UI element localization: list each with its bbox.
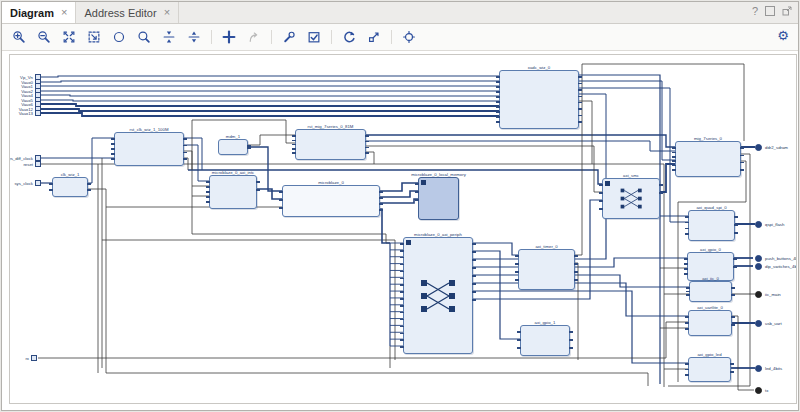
block-label: axi_quad_spi_0: [696, 205, 726, 210]
port-sys_clock[interactable]: [35, 180, 41, 186]
pin: [659, 184, 663, 186]
toolbar-separator: [391, 30, 392, 44]
pin: [472, 243, 476, 245]
pin: [365, 141, 369, 143]
port-tx[interactable]: [755, 387, 762, 394]
port-label: rx: [25, 356, 29, 361]
zoom-out-icon[interactable]: [36, 29, 52, 45]
wire: [471, 275, 689, 287]
hierarchy-icon[interactable]: [421, 180, 426, 185]
autofit-icon[interactable]: [111, 29, 127, 45]
tab-address-editor[interactable]: Address Editor ×: [76, 2, 179, 23]
customize-block-icon[interactable]: [281, 29, 297, 45]
pin: [686, 294, 690, 296]
diagram-panel: Diagram × Address Editor × ? ⚙ Vp_VnVaux…: [1, 1, 799, 411]
pin: [400, 264, 404, 266]
pin: [472, 251, 476, 253]
pin: [496, 91, 500, 93]
validate-design-icon[interactable]: [306, 29, 322, 45]
pin: [569, 331, 573, 333]
port-reset[interactable]: [35, 161, 41, 167]
pin: [731, 324, 735, 326]
pin: [400, 305, 404, 307]
block-axi_iic_0[interactable]: axi_iic_0: [689, 281, 732, 302]
wire: [86, 138, 114, 183]
pin: [292, 135, 296, 137]
block-xadc_wiz_0[interactable]: xadc_wiz_0: [499, 70, 579, 129]
pin: [672, 156, 676, 158]
help-icon[interactable]: ?: [752, 5, 758, 17]
block-rst_mig_7series_0_81M[interactable]: rst_mig_7series_0_81M: [295, 129, 366, 160]
pin: [496, 111, 500, 113]
pin: [496, 76, 500, 78]
pin: [733, 266, 737, 268]
block-axi_quad_spi_0[interactable]: axi_quad_spi_0: [688, 210, 735, 241]
port-iic_main[interactable]: [755, 291, 762, 298]
block-microblaze_0_axi_intc[interactable]: microblaze_0_axi_intc: [209, 175, 257, 209]
regenerate-layout-icon[interactable]: [341, 29, 357, 45]
port-qspi_flash[interactable]: [755, 221, 762, 228]
pin: [365, 152, 369, 154]
port-label: ddr2_sdram: [765, 145, 788, 150]
port-Vaux13[interactable]: [35, 110, 41, 116]
block-mig_7series_0[interactable]: mig_7series_0: [675, 141, 741, 177]
pin: [206, 191, 210, 193]
port-label: push_buttons_4bits: [765, 256, 797, 261]
gear-icon[interactable]: ⚙: [777, 29, 789, 42]
pin: [400, 312, 404, 314]
pin: [515, 271, 519, 273]
pin: [400, 346, 404, 348]
pin: [686, 287, 690, 289]
zoom-in-icon[interactable]: [11, 29, 27, 45]
block-rst_clk_wiz_1_100M[interactable]: rst_clk_wiz_1_100M: [114, 132, 184, 166]
zoom-selection-icon[interactable]: [86, 29, 102, 45]
port-led_4bits[interactable]: [755, 365, 762, 372]
close-icon[interactable]: ×: [164, 7, 170, 18]
block-microblaze_0_local_memory[interactable]: microblaze_0_local_memory: [418, 177, 459, 220]
wire: [577, 101, 592, 164]
block-microblaze_0_axi_periph[interactable]: microblaze_0_axi_periph: [403, 237, 473, 354]
block-label: axi_smc: [623, 173, 639, 178]
wire: [471, 251, 520, 339]
block-microblaze_0[interactable]: microblaze_0: [282, 185, 380, 217]
block-clk_wiz_1[interactable]: clk_wiz_1: [52, 177, 88, 197]
pin: [111, 148, 115, 150]
diagram-canvas[interactable]: Vp_VnVaux0Vaux1Vaux2Vaux4Vaux5Vaux6Vaux1…: [9, 54, 797, 404]
expand-hierarchy-icon[interactable]: [186, 29, 202, 45]
float-icon[interactable]: [782, 6, 792, 16]
route-design-icon[interactable]: [366, 29, 382, 45]
close-icon[interactable]: ×: [61, 7, 67, 18]
tab-diagram[interactable]: Diagram ×: [2, 2, 76, 23]
pin: [685, 222, 689, 224]
port-usb_uart[interactable]: [755, 320, 762, 327]
port-dip_switches_4bits[interactable]: [755, 263, 762, 270]
block-axi_uartlite_0[interactable]: axi_uartlite_0: [688, 310, 732, 336]
block-axi_gpio_1[interactable]: axi_gpio_1: [520, 325, 570, 356]
collapse-hierarchy-icon[interactable]: [161, 29, 177, 45]
maximize-icon[interactable]: [765, 6, 775, 16]
tab-label: Address Editor: [84, 7, 156, 19]
block-mdm_1[interactable]: mdm_1: [218, 139, 248, 155]
pin: [472, 291, 476, 293]
pin: [496, 81, 500, 83]
pin: [206, 181, 210, 183]
wire: [577, 94, 606, 178]
port-push_buttons_4bits[interactable]: [755, 255, 762, 262]
pin: [734, 216, 738, 218]
zoom-fit-icon[interactable]: [61, 29, 77, 45]
window-controls: ?: [752, 5, 792, 17]
add-ip-icon[interactable]: [221, 29, 237, 45]
toolbar-separator: [211, 30, 212, 44]
port-rx[interactable]: [31, 355, 37, 361]
search-icon[interactable]: [136, 29, 152, 45]
pin: [599, 192, 603, 194]
pin: [279, 191, 283, 193]
pin: [685, 316, 689, 318]
interface-view-icon[interactable]: [401, 29, 417, 45]
pin: [400, 326, 404, 328]
block-axi_smc[interactable]: axi_smc: [602, 178, 660, 219]
block-axi_timer_0[interactable]: axi_timer_0: [518, 249, 575, 290]
pin: [685, 322, 689, 324]
port-ddr2_sdram[interactable]: [755, 144, 762, 151]
block-axi_gpio_led[interactable]: axi_gpio_led: [688, 357, 731, 382]
